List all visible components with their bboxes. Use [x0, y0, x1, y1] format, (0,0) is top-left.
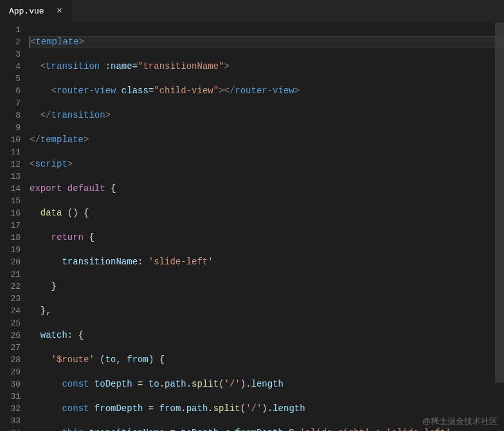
line-number: 12	[0, 158, 21, 170]
code-line: </template>	[30, 134, 504, 146]
code-line: data () {	[30, 207, 504, 219]
line-number: 25	[0, 317, 21, 329]
line-number: 16	[0, 207, 21, 219]
code-area[interactable]: <template> <transition :name="transition…	[30, 23, 504, 431]
line-number: 24	[0, 305, 21, 317]
line-number: 5	[0, 73, 21, 85]
line-number: 14	[0, 183, 21, 195]
line-number: 19	[0, 244, 21, 256]
line-number: 2	[0, 36, 21, 48]
line-number: 6	[0, 85, 21, 97]
line-number: 11	[0, 146, 21, 158]
line-number: 7	[0, 97, 21, 109]
line-number: 4	[0, 60, 21, 73]
watermark: @稀土掘金技术社区	[422, 416, 498, 427]
line-number: 30	[0, 378, 21, 390]
scrollbar-thumb[interactable]	[495, 23, 504, 383]
code-line: <template>	[30, 36, 504, 48]
line-number: 9	[0, 122, 21, 134]
line-number: 20	[0, 256, 21, 268]
line-number: 18	[0, 232, 21, 244]
close-icon[interactable]: ×	[55, 6, 65, 17]
code-line: }	[30, 280, 504, 293]
vertical-scrollbar[interactable]	[495, 23, 504, 431]
line-number: 28	[0, 354, 21, 366]
code-line: const fromDepth = from.path.split('/').l…	[30, 403, 504, 415]
tab-label: App.vue	[9, 6, 44, 16]
line-number: 3	[0, 48, 21, 60]
line-number: 10	[0, 134, 21, 146]
line-number: 17	[0, 219, 21, 232]
line-number: 23	[0, 293, 21, 305]
code-line: watch: {	[30, 329, 504, 342]
tab-bar: App.vue ×	[0, 0, 504, 23]
code-line: <router-view class="child-view"></router…	[30, 85, 504, 97]
line-number: 27	[0, 342, 21, 354]
line-number: 34	[0, 427, 21, 431]
code-line: const toDepth = to.path.split('/').lengt…	[30, 378, 504, 390]
editor: 1234567891011121314151617181920212223242…	[0, 23, 504, 431]
line-number: 22	[0, 280, 21, 293]
line-number: 33	[0, 415, 21, 427]
tab-app-vue[interactable]: App.vue ×	[0, 0, 71, 23]
line-number: 8	[0, 109, 21, 122]
code-line: </transition>	[30, 109, 504, 122]
line-number: 13	[0, 170, 21, 183]
line-number: 32	[0, 403, 21, 415]
code-line: return {	[30, 232, 504, 244]
code-line: this.transitionName = toDepth < fromDept…	[30, 427, 504, 431]
line-number: 15	[0, 195, 21, 207]
line-number: 1	[0, 24, 21, 36]
code-line: transitionName: 'slide-left'	[30, 256, 504, 268]
code-line: <transition :name="transitionName">	[30, 60, 504, 73]
line-number-gutter: 1234567891011121314151617181920212223242…	[0, 23, 30, 431]
line-number: 21	[0, 268, 21, 280]
code-line: '$route' (to, from) {	[30, 354, 504, 366]
line-number: 26	[0, 329, 21, 342]
line-number: 31	[0, 390, 21, 403]
code-line: },	[30, 305, 504, 317]
code-line: <script>	[30, 158, 504, 170]
code-line: export default {	[30, 183, 504, 195]
line-number: 29	[0, 366, 21, 378]
